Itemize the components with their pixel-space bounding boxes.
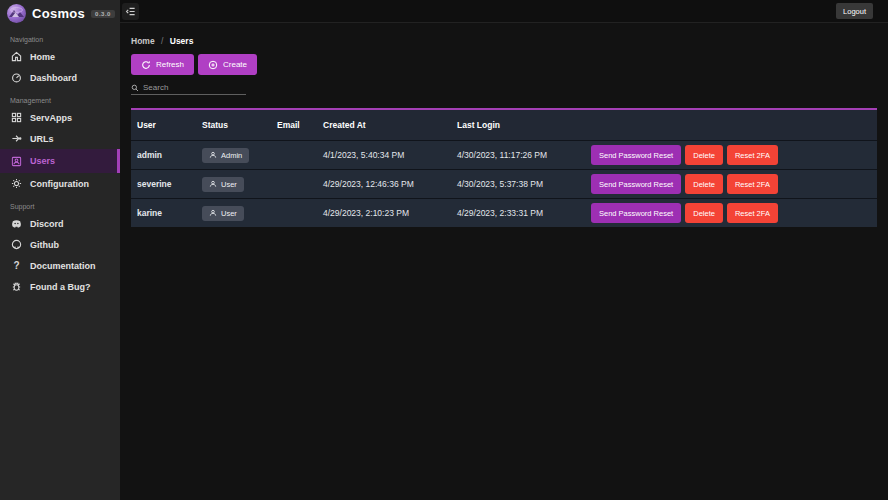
sidebar-item-dashboard[interactable]: Dashboard <box>0 67 120 88</box>
column-header-last-login: Last Login <box>457 110 500 140</box>
refresh-button[interactable]: Refresh <box>131 54 194 75</box>
create-button[interactable]: Create <box>198 54 257 75</box>
column-header-created-at: Created At <box>323 110 366 140</box>
cell-username: severine <box>137 170 172 198</box>
table-row: admin Admin 4/1/2023, 5:40:34 PM 4/30/20… <box>131 141 877 169</box>
breadcrumb-home-link[interactable]: Home <box>131 36 155 46</box>
refresh-button-label: Refresh <box>156 60 184 69</box>
sidebar-collapse-button[interactable] <box>122 3 139 20</box>
app-window: Cosmos 0.3.0 Navigation Home Dashboard M… <box>0 0 888 500</box>
sidebar-item-label: Documentation <box>30 261 96 271</box>
cell-username: karine <box>137 199 162 227</box>
sidebar-item-label: Home <box>30 52 55 62</box>
refresh-icon <box>141 60 151 70</box>
sidebar-item-label: Github <box>30 240 59 250</box>
top-bar: Logout <box>120 0 888 23</box>
app-title: Cosmos <box>32 6 85 21</box>
cell-created-at: 4/29/2023, 2:10:23 PM <box>323 199 409 227</box>
sidebar-item-home[interactable]: Home <box>0 46 120 67</box>
logout-button[interactable]: Logout <box>836 3 873 19</box>
bug-icon <box>11 281 22 292</box>
cell-created-at: 4/29/2023, 12:46:36 PM <box>323 170 414 198</box>
status-badge-label: Admin <box>221 151 242 160</box>
sidebar-item-users[interactable]: Users <box>0 149 120 173</box>
sidebar-section-management: Management <box>0 88 120 107</box>
sidebar-section-support: Support <box>0 194 120 213</box>
github-icon <box>11 239 22 250</box>
person-icon <box>209 209 217 217</box>
cell-actions: Send Password Reset Delete Reset 2FA <box>591 170 778 198</box>
version-badge: 0.3.0 <box>91 10 115 18</box>
cosmos-logo-icon <box>7 4 26 23</box>
apps-icon <box>11 112 22 123</box>
users-icon <box>11 156 22 167</box>
table-header-row: User Status Email Created At Last Login <box>131 110 877 140</box>
sidebar-item-found-a-bug[interactable]: Found a Bug? <box>0 276 120 297</box>
send-password-reset-button[interactable]: Send Password Reset <box>591 174 681 194</box>
reset-2fa-button[interactable]: Reset 2FA <box>727 203 778 223</box>
cell-last-login: 4/29/2023, 2:33:31 PM <box>457 199 543 227</box>
cell-status: User <box>202 170 244 198</box>
sidebar-item-label: ServApps <box>30 113 72 123</box>
person-icon <box>209 180 217 188</box>
cell-actions: Send Password Reset Delete Reset 2FA <box>591 199 778 227</box>
status-badge: User <box>202 206 244 221</box>
question-icon: ? <box>11 260 22 271</box>
sidebar-item-servapps[interactable]: ServApps <box>0 107 120 128</box>
sidebar-section-navigation: Navigation <box>0 27 120 46</box>
gear-icon <box>11 178 22 189</box>
sidebar-item-discord[interactable]: Discord <box>0 213 120 234</box>
cell-actions: Send Password Reset Delete Reset 2FA <box>591 141 778 169</box>
delete-button[interactable]: Delete <box>685 145 723 165</box>
sidebar-item-label: URLs <box>30 134 54 144</box>
breadcrumb-current: Users <box>170 36 194 46</box>
status-badge-label: User <box>221 209 237 218</box>
reset-2fa-button[interactable]: Reset 2FA <box>727 145 778 165</box>
main-content: Home / Users Refresh Create <box>120 23 888 500</box>
sidebar-item-urls[interactable]: URLs <box>0 128 120 149</box>
send-password-reset-button[interactable]: Send Password Reset <box>591 203 681 223</box>
person-icon <box>209 151 217 159</box>
dashboard-icon <box>11 72 22 83</box>
reset-2fa-button[interactable]: Reset 2FA <box>727 174 778 194</box>
sidebar-item-github[interactable]: Github <box>0 234 120 255</box>
menu-fold-icon <box>125 6 136 17</box>
discord-icon <box>11 218 22 229</box>
status-badge: User <box>202 177 244 192</box>
column-header-email: Email <box>277 110 300 140</box>
link-icon <box>11 133 22 144</box>
breadcrumb-separator: / <box>157 36 167 46</box>
create-button-label: Create <box>223 60 247 69</box>
cell-last-login: 4/30/2023, 11:17:26 PM <box>457 141 547 169</box>
search-field <box>131 81 246 95</box>
home-icon <box>11 51 22 62</box>
cell-status: User <box>202 199 244 227</box>
sidebar-item-label: Discord <box>30 219 64 229</box>
search-input[interactable] <box>143 83 246 92</box>
cell-created-at: 4/1/2023, 5:40:34 PM <box>323 141 404 169</box>
sidebar-item-label: Found a Bug? <box>30 282 91 292</box>
sidebar-item-documentation[interactable]: ? Documentation <box>0 255 120 276</box>
breadcrumb: Home / Users <box>131 36 193 46</box>
plus-circle-icon <box>208 60 218 70</box>
table-row: severine User 4/29/2023, 12:46:36 PM 4/3… <box>131 170 877 198</box>
cell-username: admin <box>137 141 162 169</box>
sidebar-item-label: Configuration <box>30 179 89 189</box>
delete-button[interactable]: Delete <box>685 203 723 223</box>
delete-button[interactable]: Delete <box>685 174 723 194</box>
cell-status: Admin <box>202 141 249 169</box>
search-icon <box>131 84 139 92</box>
send-password-reset-button[interactable]: Send Password Reset <box>591 145 681 165</box>
users-table: User Status Email Created At Last Login … <box>131 108 877 227</box>
table-row: karine User 4/29/2023, 2:10:23 PM 4/29/2… <box>131 199 877 227</box>
cell-last-login: 4/30/2023, 5:37:38 PM <box>457 170 543 198</box>
column-header-user: User <box>137 110 156 140</box>
sidebar-item-label: Users <box>30 156 55 166</box>
app-logo: Cosmos 0.3.0 <box>0 0 120 27</box>
toolbar: Refresh Create <box>131 54 257 75</box>
sidebar-item-configuration[interactable]: Configuration <box>0 173 120 194</box>
sidebar: Cosmos 0.3.0 Navigation Home Dashboard M… <box>0 0 120 500</box>
status-badge-label: User <box>221 180 237 189</box>
sidebar-item-label: Dashboard <box>30 73 77 83</box>
status-badge: Admin <box>202 148 249 163</box>
